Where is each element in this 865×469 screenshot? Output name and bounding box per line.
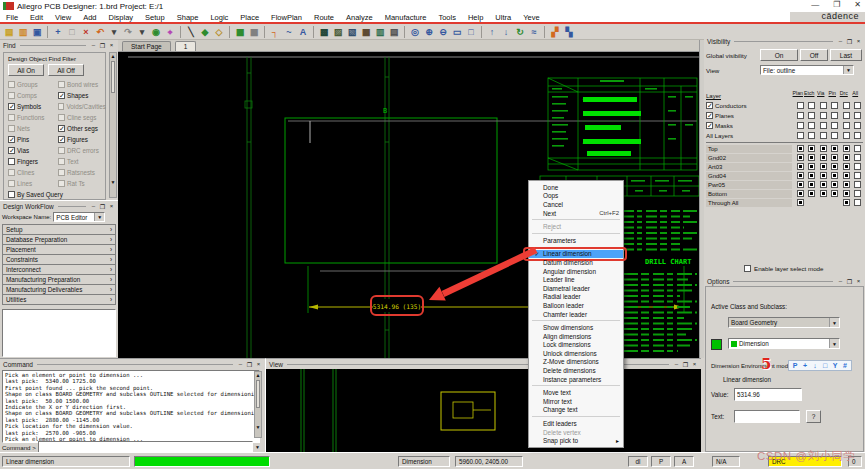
layer-visibility-cell[interactable]: [831, 145, 838, 152]
checkbox-cline-segs[interactable]: [58, 114, 65, 121]
checkbox-text[interactable]: [58, 158, 65, 165]
visibility-cell[interactable]: [843, 102, 850, 109]
workspace-select[interactable]: PCB Editor▼: [53, 212, 105, 222]
find-scrollbar[interactable]: ▲▼: [109, 52, 117, 198]
workflow-minimize-icon[interactable]: –: [90, 203, 97, 209]
scroll-up-icon[interactable]: ↑: [485, 26, 499, 39]
stackup-view-icon[interactable]: ▧: [345, 26, 359, 39]
view-minimize-icon[interactable]: –: [673, 361, 680, 367]
show-rats-icon[interactable]: ◆: [198, 26, 212, 39]
menu-edit[interactable]: Edit: [24, 13, 49, 22]
menu-item-z-move-dimensions[interactable]: Z-Move dimensions: [529, 358, 623, 367]
visibility-minimize-icon[interactable]: –: [837, 38, 844, 44]
board-outline[interactable]: [285, 118, 497, 263]
visibility-float-icon[interactable]: ❐: [846, 38, 853, 45]
subclass-select[interactable]: Dimension▼: [728, 338, 840, 349]
find-filter-rat-ts[interactable]: Rat Ts: [58, 178, 106, 189]
undo-icon[interactable]: ↶: [93, 26, 107, 39]
layer-visibility-cell[interactable]: [820, 190, 827, 197]
console-scrollbar[interactable]: ▲▼: [254, 371, 262, 438]
visibility-cell[interactable]: [797, 122, 804, 129]
visibility-cell[interactable]: [831, 122, 838, 129]
checkbox-groups[interactable]: [8, 81, 15, 88]
find-filter-lines[interactable]: Lines: [8, 178, 58, 189]
checkbox-conductors[interactable]: ✓: [706, 102, 713, 109]
visibility-cell[interactable]: [831, 112, 838, 119]
visibility-cell[interactable]: [843, 112, 850, 119]
find-filter-groups[interactable]: Groups: [8, 79, 58, 90]
visibility-cell[interactable]: [820, 102, 827, 109]
visibility-close-icon[interactable]: ×: [855, 38, 862, 44]
visibility-cell[interactable]: [854, 122, 861, 129]
view-float-icon[interactable]: ❐: [682, 361, 689, 368]
zoom-window-icon[interactable]: ▭: [450, 26, 464, 39]
find-filter-symbols[interactable]: ✓Symbols: [8, 101, 58, 112]
visibility-cell[interactable]: [808, 102, 815, 109]
layer-visibility-cell[interactable]: [843, 181, 850, 188]
menu-item-datum-dimension[interactable]: Datum dimension: [529, 258, 623, 267]
visibility-cell[interactable]: [808, 112, 815, 119]
menu-item-parameters[interactable]: Parameters: [529, 236, 623, 245]
layer-visibility-cell[interactable]: [843, 199, 850, 206]
tab-1[interactable]: 1: [175, 41, 197, 51]
menu-item-lock-dimensions[interactable]: Lock dimensions: [529, 341, 623, 350]
by-saved-query-item[interactable]: By Saved Query: [4, 189, 105, 200]
checkbox-clines[interactable]: [8, 169, 15, 176]
menu-item-angular-dimension[interactable]: Angular dimension: [529, 267, 623, 276]
value-input[interactable]: 5314.96: [734, 388, 802, 401]
find-filter-nets[interactable]: Nets: [8, 123, 58, 134]
minimize-button[interactable]: —: [811, 0, 819, 9]
menu-ultra[interactable]: Ultra: [489, 13, 517, 22]
menu-help[interactable]: Help: [462, 13, 489, 22]
parameters-mode-icon[interactable]: P: [790, 361, 800, 370]
layer-visibility-cell[interactable]: [854, 172, 861, 179]
find-filter-figures[interactable]: ✓Figures: [58, 134, 106, 145]
layer-visibility-cell[interactable]: [820, 181, 827, 188]
menu-item-done[interactable]: Done: [529, 183, 623, 192]
visibility-cell[interactable]: [808, 122, 815, 129]
visibility-cell[interactable]: [854, 112, 861, 119]
wye-mode-icon[interactable]: Y: [830, 361, 840, 370]
options-minimize-icon[interactable]: –: [837, 278, 844, 284]
class-select[interactable]: Board Geometry▼: [728, 317, 840, 328]
find-minimize-icon[interactable]: –: [90, 42, 97, 48]
checkbox-bond-wires[interactable]: [58, 81, 65, 88]
close-button[interactable]: ✕: [854, 0, 861, 9]
layer-visibility-cell[interactable]: [843, 190, 850, 197]
workflow-item-utilities[interactable]: Utilities›: [2, 294, 116, 305]
view-file-select[interactable]: File: outline▼: [760, 65, 854, 75]
command-console[interactable]: Pick an element or point to dimension ..…: [2, 370, 260, 443]
find-filter-pins[interactable]: ✓Pins: [8, 134, 58, 145]
layer-visibility-cell[interactable]: [820, 163, 827, 170]
layer-visibility-cell[interactable]: [797, 199, 804, 206]
visibility-cell[interactable]: [831, 132, 838, 139]
padstack-icon[interactable]: ▨: [331, 26, 345, 39]
menu-item-mirror-text[interactable]: Mirror text: [529, 397, 623, 406]
checkbox-functions[interactable]: [8, 114, 15, 121]
command-history-icon[interactable]: ▼: [255, 444, 260, 450]
layer-visibility-cell[interactable]: [797, 154, 804, 161]
by-saved-query-checkbox[interactable]: [8, 191, 15, 198]
checkbox-rat-ts[interactable]: [58, 180, 65, 187]
flip-design-icon[interactable]: ▞: [548, 26, 562, 39]
find-filter-voids-cavities[interactable]: Voids/Cavities: [58, 101, 106, 112]
visibility-cell[interactable]: [854, 102, 861, 109]
menu-tools[interactable]: Tools: [432, 13, 462, 22]
menu-item-edit-leaders[interactable]: Edit leaders: [529, 419, 623, 428]
snap-mode-icon[interactable]: +: [800, 361, 810, 370]
find-filter-ratsnests[interactable]: Ratsnests: [58, 167, 106, 178]
checkbox-vias[interactable]: ✓: [8, 147, 15, 154]
layer-visibility-cell[interactable]: [843, 163, 850, 170]
layer-visibility-cell[interactable]: [808, 154, 815, 161]
menu-item-diametral-leader[interactable]: Diametral leader: [529, 284, 623, 293]
find-filter-vias[interactable]: ✓Vias: [8, 145, 58, 156]
status-button-p[interactable]: P: [651, 456, 671, 467]
find-filter-cline-segs[interactable]: Cline segs: [58, 112, 106, 123]
menu-item-instance-parameters[interactable]: Instance parameters: [529, 375, 623, 384]
visibility-cell[interactable]: [831, 102, 838, 109]
layer-visibility-cell[interactable]: [854, 199, 861, 206]
checkbox-pins[interactable]: ✓: [8, 136, 15, 143]
add-line-icon[interactable]: ╲: [184, 26, 198, 39]
shadow-mode-icon[interactable]: ▥: [373, 26, 387, 39]
zoom-out-icon[interactable]: ⊖: [436, 26, 450, 39]
